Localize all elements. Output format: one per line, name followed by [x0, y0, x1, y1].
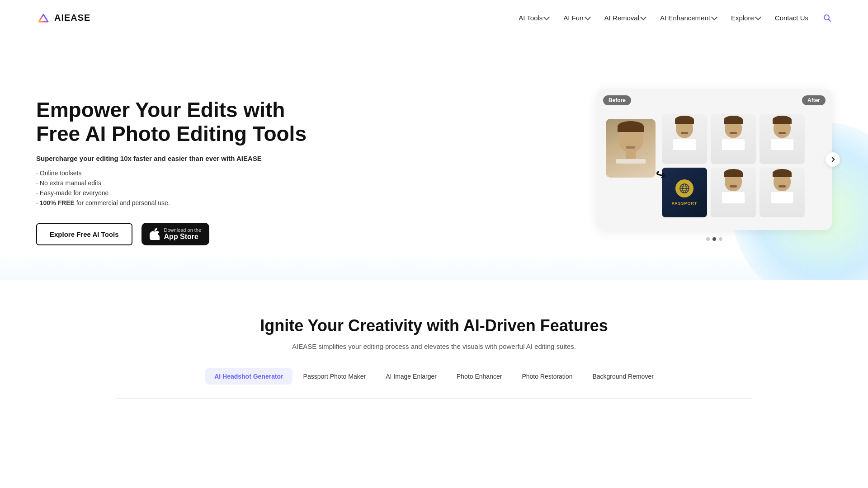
- tab-ai-image-enlarger[interactable]: AI Image Enlarger: [377, 368, 446, 385]
- tab-photo-restoration[interactable]: Photo Restoration: [513, 368, 581, 385]
- hero-left: Empower Your Edits with Free AI Photo Ed…: [36, 98, 316, 246]
- bullet-4: · 100% FREE for commercial and personal …: [36, 199, 316, 206]
- chevron-down-icon: [543, 14, 550, 20]
- chevron-down-icon: [640, 14, 646, 20]
- features-description: AIEASE simplifies your editing process a…: [276, 343, 592, 350]
- appstore-text: Download on the App Store: [164, 227, 202, 241]
- tab-photo-enhancer[interactable]: Photo Enhancer: [448, 368, 511, 385]
- hero-bullets: · Online toolsets · No extra manual edit…: [36, 169, 316, 206]
- passport-globe-icon: [675, 179, 693, 197]
- search-icon: [823, 14, 832, 23]
- tab-ai-headshot-generator[interactable]: AI Headshot Generator: [205, 368, 292, 385]
- bullet-2: · No extra manual edits: [36, 179, 316, 187]
- showcase-photo-3: [760, 114, 805, 164]
- chevron-down-icon: [711, 14, 717, 20]
- showcase-card: Before After: [597, 89, 832, 230]
- passport-book: PASSPORT: [662, 168, 707, 217]
- tab-divider: [116, 398, 752, 399]
- showcase-row-2: PASSPORT: [662, 168, 823, 217]
- passport-label: PASSPORT: [672, 201, 698, 206]
- nav-ai-removal[interactable]: AI Removal: [604, 14, 646, 22]
- features-tabs: AI Headshot Generator Passport Photo Mak…: [36, 368, 832, 385]
- chevron-down-icon: [755, 14, 761, 20]
- showcase-photo-2: [711, 114, 756, 164]
- hero-subtitle: Supercharge your editing 10x faster and …: [36, 155, 316, 162]
- badge-after: After: [802, 95, 826, 105]
- original-photo-bg: [606, 119, 656, 178]
- bullet-1: · Online toolsets: [36, 169, 316, 177]
- tab-divider-wrapper: [36, 398, 832, 399]
- tab-background-remover[interactable]: Background Remover: [583, 368, 662, 385]
- nav-ai-enhancement[interactable]: AI Enhancement: [660, 14, 717, 22]
- logo-text: AIEASE: [54, 13, 90, 23]
- nav-links: AI Tools AI Fun AI Removal AI Enhancemen…: [519, 14, 832, 23]
- carousel-dot-3[interactable]: [719, 237, 722, 241]
- nav-contact-us[interactable]: Contact Us: [775, 14, 808, 22]
- app-store-button[interactable]: Download on the App Store: [142, 223, 210, 245]
- carousel-dot-2[interactable]: [712, 237, 716, 241]
- chevron-right-icon: [830, 157, 835, 162]
- chevron-down-icon: [584, 14, 590, 20]
- svg-line-1: [829, 19, 831, 21]
- explore-free-tools-button[interactable]: Explore Free AI Tools: [36, 223, 132, 245]
- carousel-next-button[interactable]: [826, 152, 840, 167]
- features-title: Ignite Your Creativity with AI-Driven Fe…: [36, 316, 832, 335]
- search-button[interactable]: [823, 14, 832, 23]
- showcase-photo-5: [760, 168, 805, 217]
- hero-section: Empower Your Edits with Free AI Photo Ed…: [0, 36, 868, 280]
- showcase-photo-4: [711, 168, 756, 217]
- bullet-3: · Easy-made for everyone: [36, 189, 316, 197]
- showcase-photo-1: [662, 114, 707, 164]
- logo-icon: [36, 11, 51, 25]
- showcase-grid: PASSPORT: [662, 114, 823, 221]
- badge-before: Before: [603, 95, 631, 105]
- bg-gradient-blue: [0, 253, 868, 280]
- nav-explore[interactable]: Explore: [731, 14, 760, 22]
- tab-passport-photo-maker[interactable]: Passport Photo Maker: [294, 368, 375, 385]
- showcase-row-1: [662, 114, 823, 164]
- hero-cta: Explore Free AI Tools Download on the Ap…: [36, 223, 316, 245]
- hero-right: Before After: [597, 89, 832, 254]
- carousel-dot-1[interactable]: [706, 237, 710, 241]
- showcase-content: ↪: [606, 114, 823, 221]
- nav-ai-tools[interactable]: AI Tools: [519, 14, 549, 22]
- logo[interactable]: AIEASE: [36, 11, 90, 25]
- original-photo: [606, 119, 656, 178]
- hero-title: Empower Your Edits with Free AI Photo Ed…: [36, 98, 316, 146]
- carousel-dots: [597, 237, 832, 254]
- apple-icon: [150, 228, 160, 240]
- nav-ai-fun[interactable]: AI Fun: [563, 14, 590, 22]
- navbar: AIEASE AI Tools AI Fun AI Removal AI Enh…: [0, 0, 868, 36]
- features-section: Ignite Your Creativity with AI-Driven Fe…: [0, 280, 868, 417]
